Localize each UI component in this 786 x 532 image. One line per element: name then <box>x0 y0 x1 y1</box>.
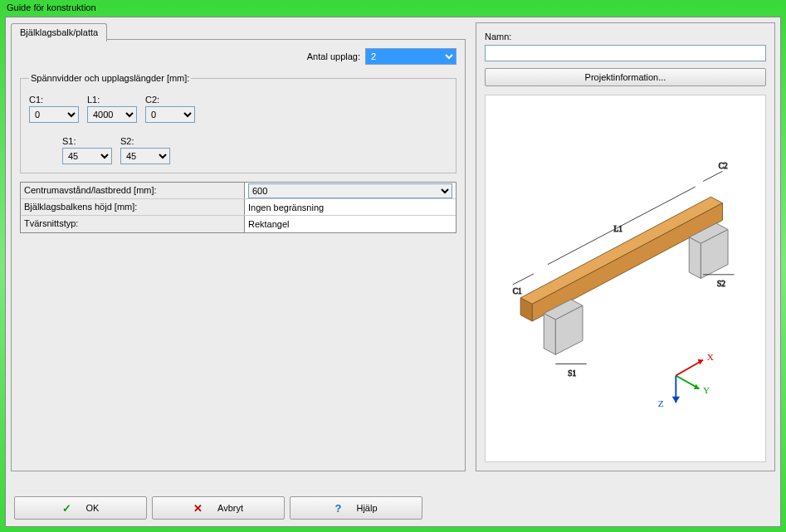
prop-hojd-value[interactable]: Ingen begränsning <box>245 199 456 215</box>
c1-select[interactable]: 0 <box>29 106 79 123</box>
s1-select[interactable]: 45 <box>62 148 112 164</box>
s2-select[interactable]: 45 <box>120 148 170 164</box>
c1-label: C1: <box>29 95 79 105</box>
window-title: Guide för konstruktion <box>7 2 96 12</box>
project-info-label: Projektinformation... <box>585 72 666 82</box>
prop-tvars-value[interactable]: Rektangel <box>245 216 456 232</box>
svg-line-9 <box>513 274 534 285</box>
svg-text:S2: S2 <box>717 280 725 288</box>
svg-text:C1: C1 <box>513 287 522 295</box>
supports-label: Antal upplag: <box>307 51 360 61</box>
window-titlebar: Guide för konstruktion <box>0 0 786 17</box>
svg-marker-8 <box>689 237 701 279</box>
name-label: Namn: <box>485 32 766 41</box>
ok-label: OK <box>86 503 100 513</box>
tab-content: Antal upplag: 2 Spännvidder och upplagsl… <box>11 39 466 471</box>
prop-centrum-select[interactable]: 600 <box>248 183 452 198</box>
l1-label: L1: <box>87 95 137 105</box>
svg-text:Y: Y <box>703 385 710 395</box>
svg-text:C2: C2 <box>719 162 728 170</box>
tab-label: Bjälklagsbalk/platta <box>20 27 98 37</box>
prop-hojd-label: Bjälklagsbalkens höjd [mm]: <box>21 199 245 215</box>
check-icon: ✓ <box>62 502 71 515</box>
supports-select[interactable]: 2 <box>365 48 456 65</box>
project-info-button[interactable]: Projektinformation... <box>485 68 766 86</box>
close-icon: ✕ <box>193 502 203 515</box>
c2-select[interactable]: 0 <box>145 106 195 123</box>
ok-button[interactable]: ✓ OK <box>14 496 147 520</box>
l1-select[interactable]: 4000 <box>87 106 137 123</box>
beam-diagram: C1 L1 C2 S1 S2 <box>485 95 766 462</box>
c2-label: C2: <box>145 95 195 105</box>
help-icon: ? <box>334 502 341 515</box>
name-input[interactable] <box>485 45 766 61</box>
svg-text:Z: Z <box>658 398 664 408</box>
svg-line-13 <box>703 171 722 181</box>
prop-centrum-label: Centrumavstånd/lastbredd [mm]: <box>21 183 245 198</box>
prop-tvars-label: Tvärsnittstyp: <box>21 216 245 232</box>
window-body: Bjälklagsbalk/platta Antal upplag: 2 Spä… <box>5 17 781 527</box>
svg-text:X: X <box>707 352 714 362</box>
help-button[interactable]: ? Hjälp <box>290 496 422 520</box>
cancel-label: Avbryt <box>217 503 243 513</box>
svg-marker-5 <box>544 314 555 355</box>
spans-legend: Spännvidder och upplagslängder [mm]: <box>29 73 191 83</box>
cancel-button[interactable]: ✕ Avbryt <box>152 496 285 520</box>
s2-label: S2: <box>120 136 170 146</box>
s1-label: S1: <box>62 136 112 146</box>
svg-marker-26 <box>672 397 680 403</box>
svg-text:S1: S1 <box>568 369 576 378</box>
svg-text:L1: L1 <box>613 225 622 233</box>
tab-bjalklagsbalk[interactable]: Bjälklagsbalk/platta <box>11 23 107 41</box>
help-label: Hjälp <box>356 503 377 513</box>
properties-table: Centrumavstånd/lastbredd [mm]: 600 Bjälk… <box>20 182 456 233</box>
spans-group: Spännvidder och upplagslängder [mm]: C1:… <box>20 73 456 173</box>
